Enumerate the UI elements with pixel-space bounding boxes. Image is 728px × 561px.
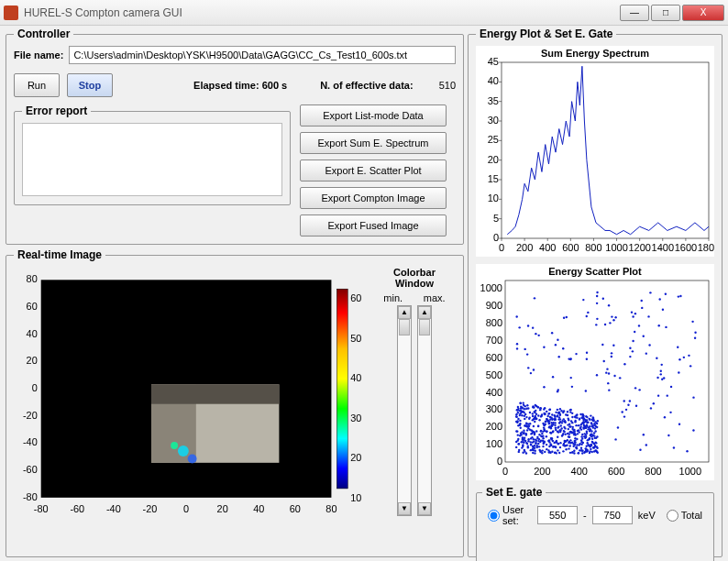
svg-point-717 (688, 355, 689, 357)
export-scatter-button[interactable]: Export E. Scatter Plot (300, 160, 447, 182)
svg-point-405 (544, 430, 546, 432)
svg-point-617 (544, 441, 546, 443)
svg-point-224 (577, 433, 579, 434)
colorbar-window-title: Colorbar Window (373, 267, 456, 289)
svg-point-501 (526, 425, 528, 427)
svg-point-612 (585, 450, 587, 452)
svg-point-647 (530, 372, 532, 374)
svg-point-415 (580, 435, 582, 437)
svg-text:400: 400 (539, 242, 556, 253)
svg-point-684 (569, 409, 571, 411)
export-listmode-button[interactable]: Export List-mode Data (300, 104, 447, 126)
user-set-radio-input[interactable] (488, 510, 500, 522)
svg-point-713 (515, 315, 517, 317)
svg-point-726 (559, 408, 561, 410)
svg-text:35: 35 (488, 95, 499, 106)
svg-point-671 (605, 371, 607, 373)
svg-point-147 (538, 419, 540, 421)
svg-point-768 (584, 419, 586, 421)
svg-text:-60: -60 (23, 464, 38, 475)
svg-text:1000: 1000 (679, 466, 701, 477)
svg-point-748 (602, 297, 604, 299)
svg-point-248 (517, 443, 519, 445)
svg-point-618 (546, 431, 547, 433)
svg-point-790 (611, 352, 612, 354)
svg-point-710 (604, 324, 606, 325)
colorbar-min-slider[interactable]: ▲ ▼ (397, 305, 412, 516)
file-name-input[interactable] (69, 46, 456, 64)
run-button[interactable]: Run (14, 73, 60, 97)
svg-point-546 (558, 422, 560, 424)
slider-thumb[interactable] (399, 319, 410, 336)
export-fused-button[interactable]: Export Fused Image (300, 214, 447, 236)
slider-up-arrow-icon[interactable]: ▲ (398, 306, 411, 319)
svg-text:20: 20 (217, 503, 228, 514)
svg-point-473 (581, 452, 583, 454)
colorbar-max-slider[interactable]: ▲ ▼ (417, 305, 432, 516)
svg-text:60: 60 (290, 503, 301, 514)
svg-text:0: 0 (183, 503, 189, 514)
svg-point-786 (667, 394, 668, 396)
svg-point-466 (551, 419, 553, 421)
svg-point-567 (516, 420, 518, 422)
svg-point-175 (557, 449, 558, 451)
total-radio-input[interactable] (667, 510, 678, 522)
svg-text:20: 20 (350, 452, 361, 463)
svg-point-615 (579, 427, 581, 429)
svg-point-548 (543, 424, 545, 426)
svg-point-251 (529, 412, 531, 413)
svg-point-660 (534, 297, 535, 299)
svg-point-759 (683, 357, 685, 358)
svg-point-434 (537, 414, 539, 416)
svg-point-644 (543, 386, 545, 388)
svg-point-746 (648, 344, 650, 346)
svg-point-666 (518, 326, 520, 328)
svg-point-787 (570, 377, 572, 379)
svg-point-431 (578, 452, 579, 454)
slider-up-arrow-icon[interactable]: ▲ (418, 306, 431, 319)
svg-point-761 (524, 348, 525, 350)
svg-point-331 (519, 420, 521, 422)
svg-point-490 (574, 437, 576, 439)
svg-point-613 (557, 431, 558, 433)
minimize-button[interactable]: — (620, 5, 649, 21)
stop-button[interactable]: Stop (67, 73, 113, 97)
svg-point-654 (601, 344, 603, 346)
svg-point-314 (517, 409, 519, 411)
svg-point-740 (632, 350, 634, 352)
svg-text:900: 900 (486, 300, 502, 311)
svg-point-115 (526, 429, 528, 431)
svg-point-663 (678, 371, 679, 373)
maximize-button[interactable]: □ (651, 5, 680, 21)
svg-point-349 (554, 424, 556, 425)
svg-point-398 (578, 424, 579, 426)
svg-point-389 (585, 447, 587, 449)
export-compton-button[interactable]: Export Compton Image (300, 187, 447, 209)
close-button[interactable]: X (682, 5, 724, 21)
slider-down-arrow-icon[interactable]: ▼ (398, 502, 411, 515)
svg-point-356 (543, 426, 545, 428)
slider-thumb[interactable] (419, 319, 430, 336)
svg-point-781 (634, 387, 636, 389)
export-sum-spectrum-button[interactable]: Export Sum E. Spectrum (300, 132, 447, 154)
svg-text:1800: 1800 (698, 242, 714, 253)
gate-low-input[interactable] (537, 506, 578, 524)
svg-point-634 (519, 423, 521, 424)
slider-down-arrow-icon[interactable]: ▼ (418, 502, 431, 515)
svg-point-758 (555, 344, 557, 346)
svg-point-753 (551, 332, 553, 334)
svg-point-774 (606, 368, 608, 369)
svg-point-124 (560, 424, 562, 426)
user-set-radio[interactable]: User set: (488, 504, 532, 526)
svg-point-720 (596, 374, 598, 376)
svg-point-300 (546, 448, 547, 450)
error-report-legend: Error report (22, 104, 91, 117)
svg-point-355 (550, 427, 552, 429)
svg-point-631 (532, 412, 534, 414)
svg-point-764 (587, 312, 589, 314)
total-radio[interactable]: Total (667, 510, 702, 522)
error-report-textarea[interactable] (22, 123, 282, 196)
svg-point-110 (515, 413, 517, 415)
svg-point-680 (677, 346, 678, 348)
gate-high-input[interactable] (592, 506, 633, 524)
